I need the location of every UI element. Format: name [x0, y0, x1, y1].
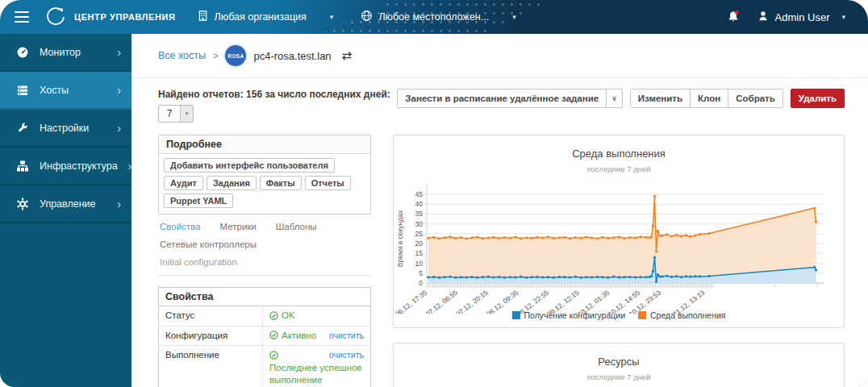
breadcrumb-all-hosts-link[interactable]: Все хосты — [158, 50, 206, 61]
days-select[interactable]: 7 ▾ — [158, 105, 194, 123]
schedule-remote-job-split-button: Занести в расписание удалённое задание ∨ — [397, 89, 622, 108]
user-name: Admin User — [775, 11, 830, 23]
sidebar-item-label: Инфраструктура — [40, 160, 118, 172]
svg-text:Время в секундах: Время в секундах — [396, 210, 404, 267]
brand-title: ЦЕНТР УПРАВЛЕНИЯ — [74, 12, 176, 22]
caret-down-icon: ▾ — [180, 106, 193, 122]
user-menu[interactable]: Admin User ▾ — [757, 10, 845, 25]
chevron-right-icon: › — [117, 198, 121, 210]
runtime-chart-subtitle: последние 7 дней — [394, 164, 844, 173]
chevron-right-icon: › — [117, 84, 121, 97]
legend-swatch — [512, 311, 520, 319]
sidebar-item-monitor[interactable]: Монитор› — [0, 34, 131, 72]
svg-text:30: 30 — [415, 220, 424, 228]
properties-table-title: Свойства — [159, 288, 371, 306]
details-panel-title: Подробнее — [159, 135, 370, 154]
details-buttons: Добавить интерфейс пользователяАудитЗада… — [159, 154, 370, 214]
organization-selector[interactable]: Любая организация ▾ — [197, 10, 334, 24]
svg-text:10: 10 — [415, 260, 424, 268]
check-circle-icon — [269, 351, 278, 360]
properties-table: СвойстваСтатусOKКонфигурацияочиститьАкти… — [158, 287, 371, 387]
sidebar-item-infrastructure[interactable]: Инфраструктура› — [0, 148, 131, 185]
runtime-chart-card: Среда выполнения последние 7 дней 051015… — [393, 135, 845, 328]
sidebar: Монитор›Хосты›Настройки›Инфраструктура›У… — [0, 34, 131, 387]
tab-properties[interactable]: Свойства — [160, 222, 201, 231]
tab-templates[interactable]: Шаблоны — [276, 222, 317, 231]
host-name: pc4-rosa.test.lan — [253, 50, 331, 62]
tab-metrics[interactable]: Метрики — [220, 222, 257, 231]
host-action-group: Изменить Клон Собрать — [630, 89, 783, 108]
sidebar-item-hosts[interactable]: Хосты› — [0, 72, 131, 110]
notifications-bell-icon[interactable] — [726, 10, 741, 24]
table-row: СтатусOK — [159, 306, 371, 327]
legend-label: Получение конфигурации — [524, 310, 626, 320]
details-button-jobs[interactable]: Задания — [207, 176, 257, 190]
sidebar-item-management[interactable]: Управление› — [0, 185, 131, 223]
svg-text:35: 35 — [415, 210, 424, 218]
svg-text:25: 25 — [415, 230, 424, 238]
toolbar: Найдено отчетов: 156 за число последних … — [158, 89, 845, 123]
property-label: Статус — [159, 306, 263, 327]
os-badge: ROSA — [225, 45, 246, 66]
details-button-reports[interactable]: Отчеты — [305, 176, 351, 190]
property-label: Выполнение — [159, 346, 263, 387]
property-value: очиститьАктивно — [263, 326, 371, 346]
legend-swatch — [638, 311, 646, 319]
svg-text:40: 40 — [415, 200, 424, 208]
tab-network-controllers[interactable]: Сетевые контроллеры — [160, 239, 257, 249]
top-navbar: ЦЕНТР УПРАВЛЕНИЯ Любая организация ▾ Люб… — [0, 0, 868, 34]
runtime-chart-svg: 051015202530354045Время в секундах06.12,… — [394, 177, 836, 314]
reports-summary-block: Найдено отчетов: 156 за число последних … — [158, 89, 390, 123]
location-selector[interactable]: Любое местоположен... ▾ — [361, 10, 515, 24]
build-button[interactable]: Собрать — [728, 89, 783, 108]
days-select-value: 7 — [159, 106, 180, 122]
chevron-right-icon: › — [117, 122, 121, 135]
delete-button[interactable]: Удалить — [791, 89, 845, 108]
charts-column: Среда выполнения последние 7 дней 051015… — [393, 135, 845, 387]
property-value-text: Последнее успешное выполнение — [269, 363, 362, 385]
details-panel: Подробнее Добавить интерфейс пользовател… — [158, 135, 371, 214]
svg-text:5: 5 — [419, 269, 423, 277]
details-button-add-ui[interactable]: Добавить интерфейс пользователя — [164, 158, 335, 173]
clear-link[interactable]: очистить — [329, 349, 364, 360]
switch-host-icon[interactable]: ⇄ — [342, 48, 353, 63]
property-value-text: Активно — [282, 331, 316, 340]
gear-icon — [16, 198, 29, 210]
tab-initial-configuration[interactable]: Initial configuration — [160, 257, 237, 267]
chevron-right-icon: › — [117, 46, 121, 59]
edit-button[interactable]: Изменить — [630, 89, 691, 108]
clone-button[interactable]: Клон — [691, 89, 728, 108]
building-icon — [197, 10, 209, 24]
check-circle-icon — [269, 311, 278, 320]
sidebar-item-settings[interactable]: Настройки› — [0, 110, 131, 148]
table-row: ВыполнениеочиститьПоследнее успешное вып… — [159, 346, 371, 387]
globe-icon — [361, 10, 373, 24]
legend-item: Среда выполнения — [638, 310, 725, 320]
schedule-remote-job-button[interactable]: Занести в расписание удалённое задание — [397, 89, 607, 108]
svg-text:0: 0 — [419, 279, 423, 287]
details-button-facts[interactable]: Факты — [260, 176, 302, 190]
runtime-chart-title: Среда выполнения — [394, 148, 844, 160]
servers-icon — [16, 84, 29, 97]
runtime-chart-legend: Получение конфигурацииСреда выполнения — [394, 310, 844, 320]
organization-label: Любая организация — [215, 11, 307, 23]
schedule-caret-button[interactable]: ∨ — [607, 89, 623, 108]
svg-text:15: 15 — [415, 249, 424, 257]
clear-link[interactable]: очистить — [329, 330, 364, 341]
reports-summary: Найдено отчетов: 156 за число последних … — [158, 89, 390, 100]
main-content: Все хосты > ROSA pc4-rosa.test.lan ⇄ Най… — [131, 34, 868, 387]
property-label: Конфигурация — [159, 326, 263, 346]
wrench-icon — [16, 122, 29, 135]
sidebar-item-label: Хосты — [40, 85, 69, 96]
resources-chart-card: Ресурсы последние 7 дней — [393, 343, 845, 387]
hamburger-menu-icon[interactable] — [13, 8, 31, 26]
caret-down-icon: ▾ — [330, 13, 334, 21]
brand-logo-icon — [45, 6, 66, 27]
sitemap-icon — [16, 160, 29, 173]
sidebar-item-label: Управление — [40, 198, 96, 210]
details-button-puppet-yaml[interactable]: Puppet YAML — [164, 194, 233, 208]
details-button-audit[interactable]: Аудит — [164, 176, 203, 190]
host-actions: Занести в расписание удалённое задание ∨… — [397, 89, 845, 108]
svg-text:20: 20 — [415, 239, 424, 248]
property-value: очиститьПоследнее успешное выполнение — [263, 346, 371, 387]
